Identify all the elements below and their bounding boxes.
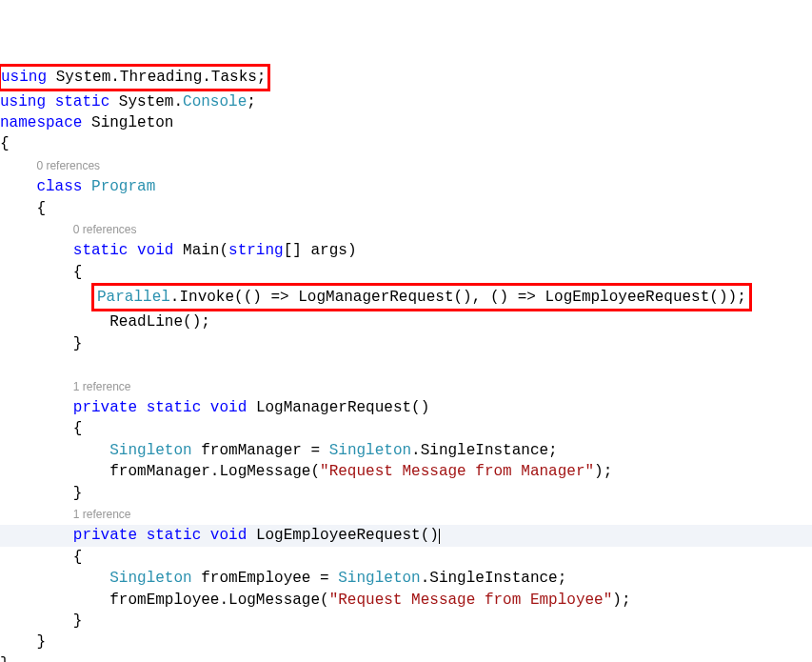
keyword-static: static [55,93,110,110]
brace-close: } [0,655,10,662]
invoke-call: .Invoke(() => LogManagerRequest(), () =>… [170,289,746,306]
string-literal: "Request Message from Manager" [320,463,594,480]
brace-open: { [36,200,46,217]
brace-open: { [73,264,83,281]
brace-close: } [73,485,83,502]
type-console: Console [183,93,247,110]
call: fromManager.LogMessage( [109,463,320,480]
type-singleton: Singleton [109,442,191,459]
current-line-highlight: private static void LogEmployeeRequest() [0,525,812,546]
call-end: ); [594,463,612,480]
brace-open: { [73,420,83,437]
keyword-void: void [137,242,173,259]
keyword-static: static [147,527,202,544]
keyword-class: class [36,178,82,195]
class-name: Program [91,178,155,195]
highlight-box-parallel: Parallel.Invoke(() => LogManagerRequest(… [91,283,752,311]
member: .SingleInstance; [421,570,567,587]
member: .SingleInstance; [411,442,558,459]
namespace-text: System.Threading.Tasks; [56,69,267,86]
text-cursor [439,529,440,544]
codelens-references[interactable]: 1 reference [73,380,131,393]
codelens-references[interactable]: 0 references [73,223,137,236]
readline-call: ReadLine(); [109,313,210,331]
highlight-box-using: using System.Threading.Tasks; [0,64,270,90]
brace-open: { [73,549,83,566]
codelens-references[interactable]: 0 references [36,159,100,172]
call: fromEmployee.LogMessage( [109,592,328,609]
semi: ; [247,93,256,110]
param: args) [302,242,357,259]
keyword-using: using [0,93,46,110]
keyword-using: using [1,69,47,86]
brace-close: } [73,335,83,352]
keyword-void: void [210,399,247,416]
keyword-string: string [228,242,284,259]
keyword-private: private [73,527,137,544]
keyword-namespace: namespace [0,114,82,131]
brace-open: { [0,135,10,152]
decl: fromManager = [192,442,329,459]
brace-close: } [73,612,83,630]
keyword-static: static [147,399,202,416]
method-name: Main [183,242,219,259]
brace-close: } [36,633,46,651]
codelens-references[interactable]: 1 reference [73,508,131,521]
method-name: LogManagerRequest() [256,399,429,416]
decl: fromEmployee = [192,570,339,587]
paren: ( [219,242,228,259]
string-literal: "Request Message from Employee" [329,592,613,609]
keyword-static: static [73,242,129,259]
keyword-void: void [210,527,247,544]
type-parallel: Parallel [97,289,170,306]
namespace-name: Singleton [91,114,173,131]
code-editor: using System.Threading.Tasks; using stat… [0,64,812,662]
text: System. [119,93,183,110]
brackets: [] [284,242,302,259]
keyword-private: private [73,399,137,416]
call-end: ); [612,592,630,609]
type-singleton: Singleton [329,442,411,459]
type-singleton: Singleton [338,570,420,587]
type-singleton: Singleton [109,570,191,587]
method-name: LogEmployeeRequest() [256,527,439,544]
